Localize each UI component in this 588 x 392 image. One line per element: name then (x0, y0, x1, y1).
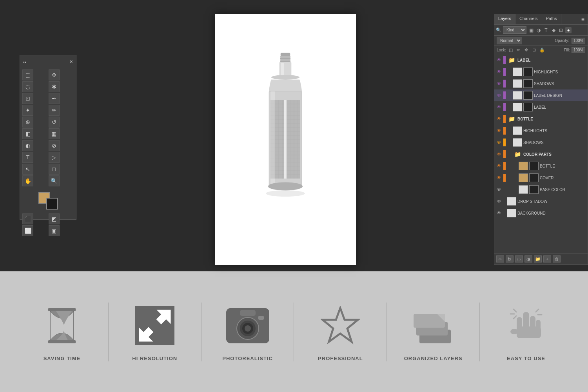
layers-tab[interactable]: Layers (494, 14, 515, 24)
layer-item-bottle-shadows[interactable]: 👁 SHADOWS (494, 137, 588, 148)
layer-item-bottle-group[interactable]: 👁 📁 BOTTLE (494, 113, 588, 125)
layer-name-bottle-group: BOTTLE (517, 117, 586, 121)
link-layers-button[interactable]: ∞ (496, 255, 504, 263)
svg-point-7 (271, 75, 299, 80)
screen-mode-tool[interactable]: ⬜ (22, 225, 33, 236)
background-color-swatch[interactable] (46, 198, 58, 210)
layer-tag-highlights (503, 68, 506, 76)
opacity-input[interactable] (572, 38, 585, 44)
layer-item-base-color[interactable]: 👁 BASE COLOR (494, 184, 588, 195)
marquee-tool[interactable]: ⬚ (22, 69, 33, 80)
crop-tool[interactable]: ⊡ (22, 93, 33, 104)
canvas-area (76, 0, 494, 271)
layer-item-label-group[interactable]: 👁 📁 LABEL (494, 54, 588, 66)
layer-visibility-label-inner[interactable]: 👁 (496, 104, 502, 110)
blend-mode-select[interactable]: Normal (497, 37, 522, 44)
add-mask-button[interactable]: ◌ (515, 255, 523, 263)
layer-item-shadows[interactable]: 👁 SHADOWS (494, 78, 588, 89)
svg-rect-63 (517, 326, 541, 338)
filter-toggle[interactable]: ● (565, 27, 572, 33)
svg-rect-1 (280, 56, 290, 58)
layer-visibility-label-design[interactable]: 👁 (496, 92, 502, 98)
layer-item-bottle-highlights[interactable]: 👁 HIGHLIGHTS (494, 125, 588, 137)
photorealistic-icon-wrap (224, 302, 271, 349)
clone-tool[interactable]: ⊕ (22, 117, 33, 128)
svg-rect-4 (280, 61, 290, 62)
quick-mask-tool[interactable]: ◩ (49, 213, 60, 224)
magic-wand-tool[interactable]: ✱ (49, 81, 60, 92)
hand-tool[interactable]: ✋ (22, 175, 33, 186)
layer-tag-bottle-highlights (503, 127, 506, 135)
layer-visibility-drop-shadow[interactable]: 👁 (496, 198, 502, 204)
layer-visibility-bottle-highlights[interactable]: 👁 (496, 128, 502, 134)
professional-label: PROFESSIONAL (318, 356, 363, 361)
layer-item-drop-shadow[interactable]: 👁 DROP SHADOW (494, 195, 588, 207)
dodge-tool[interactable]: ◐ (22, 140, 33, 151)
layer-visibility-shadows[interactable]: 👁 (496, 80, 502, 87)
move-tool[interactable]: ✥ (49, 69, 60, 80)
layer-tag-shadows (503, 80, 506, 88)
layer-visibility-bottle-group[interactable]: 👁 (496, 116, 502, 122)
adjust-filter-icon[interactable]: ◑ (535, 27, 542, 33)
zoom-tool[interactable]: 🔍 (49, 175, 60, 186)
layer-item-background[interactable]: 👁 BACKGROUND (494, 207, 588, 219)
layer-thumb-shadows (513, 79, 522, 88)
lock-all-icon[interactable]: 🔒 (539, 47, 545, 53)
panel-menu-button[interactable]: ≡ (578, 14, 588, 24)
layer-item-label-inner[interactable]: 👁 LABEL (494, 101, 588, 113)
feature-easy-to-use: EASY TO USE (480, 302, 572, 361)
lock-artboard-icon[interactable]: ⊞ (531, 47, 537, 53)
lock-transparent-icon[interactable]: ◫ (508, 47, 514, 53)
lasso-tool[interactable]: ◌ (22, 81, 33, 92)
shape-filter-icon[interactable]: ◆ (550, 27, 557, 33)
layer-tag-bottle-group (503, 115, 506, 123)
pen-tool[interactable]: ⊘ (49, 140, 60, 151)
mask-tool[interactable]: ⬛ (22, 213, 33, 224)
add-layer-button[interactable]: + (543, 255, 551, 263)
layer-item-cover[interactable]: 👁 COVER (494, 172, 588, 184)
layer-thumb-bottle-group: 📁 (507, 115, 516, 123)
layer-item-bottle-layer[interactable]: 👁 BOTTLE (494, 160, 588, 172)
layer-visibility-bottle-shadows[interactable]: 👁 (496, 139, 502, 146)
layer-item-color-parts[interactable]: 👁 📁 COLOR PARTS (494, 148, 588, 160)
layer-visibility-label-group[interactable]: 👁 (496, 57, 502, 63)
type-filter-icon[interactable]: T (543, 27, 549, 33)
layer-visibility-base-color[interactable]: 👁 (496, 186, 502, 193)
pixel-filter-icon[interactable]: ▣ (528, 27, 534, 33)
brush-tool[interactable]: ✏ (49, 105, 60, 116)
add-adjustment-button[interactable]: ◑ (524, 255, 532, 263)
channels-tab[interactable]: Channels (515, 14, 542, 24)
history-brush[interactable]: ↺ (49, 117, 60, 128)
layer-visibility-highlights[interactable]: 👁 (496, 69, 502, 75)
paths-tab[interactable]: Paths (542, 14, 561, 24)
layer-visibility-color-parts[interactable]: 👁 (496, 151, 502, 157)
svg-rect-3 (280, 59, 290, 61)
type-tool[interactable]: T (22, 152, 33, 163)
frame-tool[interactable]: ▣ (49, 225, 60, 236)
direct-select-tool[interactable]: ↖ (22, 164, 33, 175)
layer-style-button[interactable]: fx (506, 255, 514, 263)
toolbar-close-button[interactable]: ✕ (69, 59, 73, 64)
filter-icons: ▣ ◑ T ◆ ⊡ ● (528, 27, 572, 33)
layer-item-highlights[interactable]: 👁 HIGHLIGHTS (494, 66, 588, 78)
features-section: SAVING TIME HI RESOLUTION (0, 271, 588, 392)
gradient-tool[interactable]: ▦ (49, 128, 60, 139)
path-select-tool[interactable]: ▷ (49, 152, 60, 163)
lock-pixels-icon[interactable]: ✏ (515, 47, 522, 53)
shape-tool[interactable]: □ (49, 164, 60, 175)
heal-tool[interactable]: ✦ (22, 105, 33, 116)
delete-layer-button[interactable]: 🗑 (553, 255, 561, 263)
layer-visibility-cover[interactable]: 👁 (496, 175, 502, 181)
eraser-tool[interactable]: ◧ (22, 128, 33, 139)
lock-position-icon[interactable]: ✥ (523, 47, 530, 53)
smart-filter-icon[interactable]: ⊡ (558, 27, 564, 33)
layer-visibility-background[interactable]: 👁 (496, 210, 502, 216)
layer-visibility-bottle-layer[interactable]: 👁 (496, 163, 502, 169)
add-group-button[interactable]: 📁 (534, 255, 542, 263)
layer-item-label-design[interactable]: 👁 LABEL DESIGN (494, 89, 588, 101)
fill-input[interactable] (572, 47, 585, 53)
eyedropper-tool[interactable]: ✒ (49, 93, 60, 104)
panel-tabs: Layers Channels Paths ≡ (494, 14, 588, 25)
layer-kind-filter[interactable]: Kind (503, 26, 526, 34)
organized-layers-label: ORGANIZED LAYERS (404, 356, 463, 361)
